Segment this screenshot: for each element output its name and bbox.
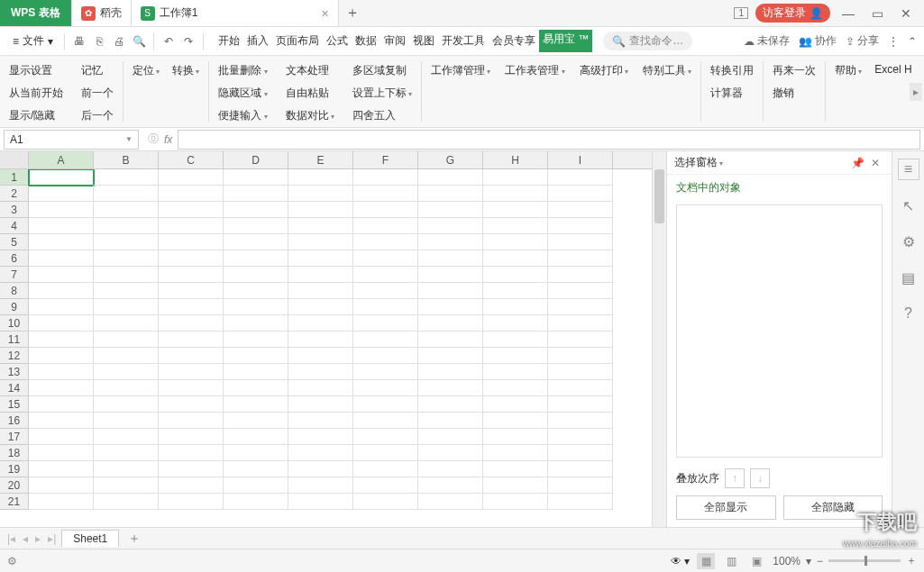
row-header-7[interactable]: 7 [0, 267, 29, 283]
rb-superscript[interactable]: 设置上下标 [351, 84, 414, 103]
cell-G2[interactable] [418, 186, 483, 202]
cell-H20[interactable] [483, 477, 548, 494]
cell-C18[interactable] [159, 445, 224, 461]
col-header-H[interactable]: H [483, 151, 548, 168]
cell-H7[interactable] [483, 267, 548, 283]
cell-B5[interactable] [94, 234, 159, 250]
rb-excel-h[interactable]: Excel H [873, 61, 913, 122]
cell-D16[interactable] [224, 413, 288, 429]
cell-D1[interactable] [224, 169, 288, 186]
rb-undo[interactable]: 撤销 [771, 84, 818, 103]
cell-E3[interactable] [288, 202, 353, 218]
col-header-B[interactable]: B [94, 151, 159, 168]
cell-H6[interactable] [483, 250, 548, 267]
cell-C8[interactable] [159, 283, 224, 299]
cell-E14[interactable] [288, 380, 353, 396]
cell-H16[interactable] [483, 413, 548, 429]
cell-H15[interactable] [483, 396, 548, 413]
row-header-2[interactable]: 2 [0, 186, 29, 202]
cell-A9[interactable] [29, 299, 94, 315]
cell-I18[interactable] [548, 445, 613, 461]
rb-display-settings[interactable]: 显示设置 [7, 61, 65, 80]
view-break-icon[interactable]: ▣ [747, 553, 765, 569]
row-header-15[interactable]: 15 [0, 396, 29, 413]
cell-H9[interactable] [483, 299, 548, 315]
window-count-badge[interactable]: 1 [734, 7, 748, 19]
cell-E12[interactable] [288, 348, 353, 364]
save-icon[interactable]: 🖶 [70, 32, 88, 50]
col-header-I[interactable]: I [548, 151, 613, 168]
cell-H2[interactable] [483, 186, 548, 202]
cell-G8[interactable] [418, 283, 483, 299]
cell-C21[interactable] [159, 494, 224, 510]
row-header-8[interactable]: 8 [0, 283, 29, 299]
cell-H3[interactable] [483, 202, 548, 218]
tab-data[interactable]: 数据 [352, 30, 380, 52]
cell-E8[interactable] [288, 283, 353, 299]
cell-G20[interactable] [418, 477, 483, 494]
view-normal-icon[interactable]: ▦ [697, 553, 715, 569]
vertical-scrollbar[interactable] [652, 151, 666, 527]
cell-E17[interactable] [288, 429, 353, 445]
minimize-button[interactable]: — [837, 6, 859, 21]
cell-B6[interactable] [94, 250, 159, 267]
cell-H8[interactable] [483, 283, 548, 299]
settings-icon[interactable]: ⚙ [7, 555, 17, 567]
spreadsheet-grid[interactable]: A B C D E F G H I 1234567891011121314151… [0, 151, 652, 527]
cell-E19[interactable] [288, 461, 353, 477]
cell-A6[interactable] [29, 250, 94, 267]
row-header-12[interactable]: 12 [0, 348, 29, 364]
cell-G13[interactable] [418, 364, 483, 380]
cell-H19[interactable] [483, 461, 548, 477]
formula-input[interactable] [178, 130, 920, 150]
tab-view[interactable]: 视图 [409, 30, 438, 52]
cell-B17[interactable] [94, 429, 159, 445]
redo-icon[interactable]: ↷ [179, 32, 197, 50]
rb-hidden-area[interactable]: 隐藏区域 [216, 84, 269, 103]
cell-E7[interactable] [288, 267, 353, 283]
cell-F16[interactable] [353, 413, 418, 429]
cell-F13[interactable] [353, 364, 418, 380]
more-icon[interactable]: ⋮ [888, 35, 899, 48]
cell-F5[interactable] [353, 234, 418, 250]
cell-D19[interactable] [224, 461, 288, 477]
cell-H10[interactable] [483, 315, 548, 331]
row-header-16[interactable]: 16 [0, 413, 29, 429]
fx-icon[interactable]: fx [164, 133, 172, 146]
row-header-9[interactable]: 9 [0, 299, 29, 315]
cell-G11[interactable] [418, 331, 483, 348]
cell-I6[interactable] [548, 250, 613, 267]
row-header-21[interactable]: 21 [0, 494, 29, 510]
cell-E10[interactable] [288, 315, 353, 331]
cell-A17[interactable] [29, 429, 94, 445]
collab-button[interactable]: 👥协作 [799, 33, 837, 49]
namebox-dropdown-icon[interactable]: ▼ [125, 135, 133, 143]
cell-F19[interactable] [353, 461, 418, 477]
cell-D20[interactable] [224, 477, 288, 494]
preview-icon[interactable]: 🔍 [130, 32, 148, 50]
app-tab-wps[interactable]: WPS 表格 [0, 0, 72, 26]
cell-B20[interactable] [94, 477, 159, 494]
cell-C4[interactable] [159, 218, 224, 234]
cell-I21[interactable] [548, 494, 613, 510]
col-header-A[interactable]: A [29, 151, 94, 168]
layers-icon[interactable]: ▤ [898, 267, 919, 288]
cell-A4[interactable] [29, 218, 94, 234]
cell-I14[interactable] [548, 380, 613, 396]
cell-I10[interactable] [548, 315, 613, 331]
cell-I9[interactable] [548, 299, 613, 315]
view-page-icon[interactable]: ▥ [722, 553, 740, 569]
cell-B10[interactable] [94, 315, 159, 331]
cell-C9[interactable] [159, 299, 224, 315]
cell-B9[interactable] [94, 299, 159, 315]
cell-D5[interactable] [224, 234, 288, 250]
cell-A13[interactable] [29, 364, 94, 380]
cell-G14[interactable] [418, 380, 483, 396]
cell-E11[interactable] [288, 331, 353, 348]
cell-A19[interactable] [29, 461, 94, 477]
cell-I7[interactable] [548, 267, 613, 283]
sheet-nav-last[interactable]: ▸| [46, 532, 58, 545]
restore-button[interactable]: ▭ [866, 6, 888, 21]
cell-B16[interactable] [94, 413, 159, 429]
cell-C7[interactable] [159, 267, 224, 283]
